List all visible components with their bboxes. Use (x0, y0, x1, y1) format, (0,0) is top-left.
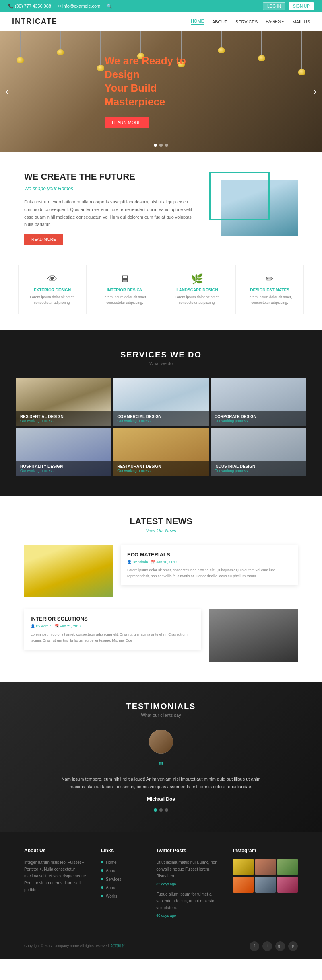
nav-about[interactable]: ABOUT (212, 19, 227, 24)
footer-link-services[interactable]: Services (101, 876, 144, 883)
link-home[interactable]: Home (106, 859, 117, 866)
hero-cta-button[interactable]: LEARN MORE (105, 117, 149, 128)
hero-heading: We are Ready to Design Your Build Master… (105, 54, 217, 109)
login-button[interactable]: LOG IN (263, 2, 285, 10)
link-works[interactable]: Works (106, 893, 117, 900)
read-more-button[interactable]: READ MORE (24, 234, 63, 245)
main-nav: INTRICATE HOME ABOUT SERVICES PAGES ▾ MA… (0, 12, 322, 31)
monitor-icon: 🖥 (95, 273, 155, 285)
pencil-icon: ✏ (240, 273, 299, 285)
news-section: LATEST NEWS View Our News ECO MATERIALS … (0, 496, 322, 682)
nav-pages[interactable]: PAGES ▾ (266, 19, 284, 24)
email-info: ✉ info@example.com (58, 4, 100, 9)
nav-links: HOME ABOUT SERVICES PAGES ▾ MAIL US (191, 18, 310, 25)
service-landscape-text: Lorem ipsum dolor sit amet, consectetur … (167, 295, 227, 305)
leaf-icon: 🌿 (167, 273, 227, 285)
search-icon[interactable]: 🔍 (107, 4, 112, 9)
copyright-text: Copyright © 2017 Company name All rights… (24, 943, 125, 949)
news-card-2: INTERIOR SOLUTIONS 👤 By Admin 📅 Feb 21, … (24, 609, 201, 650)
service-card-corporate[interactable]: CORPORATE DESIGN Our working process (211, 378, 306, 426)
hero-section: ‹ We are Ready to Design Your Build Mast… (0, 31, 322, 152)
service-interior-title: INTERIOR DESIGN (95, 288, 155, 292)
top-bar-right: LOG IN SIGN UP (263, 2, 314, 10)
hero-dot-2[interactable] (159, 144, 163, 147)
top-bar: 📞 (90) 777 4356 088 ✉ info@example.com 🔍… (0, 0, 322, 12)
service-card-commercial[interactable]: COMMERCIAL DESIGN Our working process (113, 378, 208, 426)
footer-link-works[interactable]: Works (101, 893, 144, 900)
link-dot (101, 861, 103, 863)
facebook-icon[interactable]: f (250, 941, 259, 951)
instagram-grid (233, 859, 298, 893)
footer-instagram: Instagram (233, 848, 298, 923)
news-title-2: INTERIOR SOLUTIONS (31, 616, 195, 622)
service-interior-text: Lorem ipsum dolor sit amet, consectetur … (95, 295, 155, 305)
hero-next-arrow[interactable]: › (314, 87, 316, 96)
testimonial-dot-2[interactable] (159, 808, 163, 812)
top-bar-left: 📞 (90) 777 4356 088 ✉ info@example.com 🔍 (8, 4, 112, 9)
testimonials-section: TESTIMONIALS What our clients say " Nam … (0, 682, 322, 831)
phone-icon: 📞 (8, 4, 14, 8)
news-image-1 (24, 545, 113, 597)
testimonial-dot-1[interactable] (154, 808, 157, 812)
service-exterior-text: Lorem ipsum dolor sit amet, consectetur … (23, 295, 82, 305)
testimonial-dot-3[interactable] (165, 808, 168, 812)
nav-mail[interactable]: MAIL US (292, 19, 310, 24)
service-card-hospitality[interactable]: HOSPITALITY DESIGN Our working process (16, 428, 111, 476)
hero-dot-3[interactable] (165, 144, 168, 147)
service-icon-estimates[interactable]: ✏ DESIGN ESTIMATES Lorem ipsum dolor sit… (235, 265, 304, 314)
instagram-thumb-2[interactable] (255, 859, 276, 875)
nav-home[interactable]: HOME (191, 18, 204, 25)
services-grid: RESIDENTIAL DESIGN Our working process C… (16, 378, 306, 476)
instagram-thumb-6[interactable] (277, 877, 298, 893)
footer-twitter-title: Twitter Posts (156, 848, 221, 853)
hero-dot-1[interactable] (154, 144, 157, 147)
industrial-overlay: INDUSTRIAL DESIGN Our working process (211, 461, 306, 476)
link-about2[interactable]: About (106, 884, 116, 891)
service-icon-landscape[interactable]: 🌿 LANDSCAPE DESIGN Lorem ipsum dolor sit… (163, 265, 231, 314)
news-text-1: Lorem ipsum dolor sit amet, consectetur … (127, 567, 291, 579)
link-about[interactable]: About (106, 867, 116, 874)
nav-services[interactable]: SERVICES (235, 19, 258, 24)
link-services[interactable]: Services (106, 876, 121, 883)
footer-link-about2[interactable]: About (101, 884, 144, 891)
footer-about-text: Integer rutrum risus leo. Fuisset +. Por… (24, 859, 89, 893)
about-section: WE CREATE THE FUTURE We shape your Homes… (0, 152, 322, 265)
link-dot (101, 878, 103, 880)
hero-prev-arrow[interactable]: ‹ (6, 87, 8, 96)
service-card-residential[interactable]: RESIDENTIAL DESIGN Our working process (16, 378, 111, 426)
news-item-2: INTERIOR SOLUTIONS 👤 By Admin 📅 Feb 21, … (24, 609, 298, 662)
corporate-overlay: CORPORATE DESIGN Our working process (211, 411, 306, 426)
restaurant-overlay: RESTAURANT DESIGN Our working process (113, 461, 208, 476)
footer-bottom: Copyright © 2017 Company name All rights… (24, 935, 298, 951)
hospitality-overlay: HOSPITALITY DESIGN Our working process (16, 461, 111, 476)
about-image-border (209, 172, 270, 220)
service-icon-interior[interactable]: 🖥 INTERIOR DESIGN Lorem ipsum dolor sit … (91, 265, 159, 314)
residential-overlay: RESIDENTIAL DESIGN Our working process (16, 411, 111, 426)
instagram-thumb-1[interactable] (233, 859, 254, 875)
news-item-1: ECO MATERIALS 👤 By Admin 📅 Jan 10, 2017 … (24, 545, 298, 597)
footer-link-about[interactable]: About (101, 867, 144, 874)
service-icon-exterior[interactable]: 👁 EXTERIOR DESIGN Lorem ipsum dolor sit … (18, 265, 87, 314)
instagram-thumb-4[interactable] (233, 877, 254, 893)
instagram-thumb-3[interactable] (277, 859, 298, 875)
footer-grid: About Us Integer rutrum risus leo. Fuiss… (24, 848, 298, 923)
testimonial-name: Michael Doe (16, 796, 306, 802)
instagram-thumb-5[interactable] (255, 877, 276, 893)
signup-button[interactable]: SIGN UP (289, 2, 314, 10)
news-image-2 (209, 609, 298, 662)
testimonials-subtitle: What our clients say (16, 713, 306, 718)
footer-links: Links Home About Services About Works (101, 848, 144, 923)
service-card-restaurant[interactable]: RESTAURANT DESIGN Our working process (113, 428, 208, 476)
service-exterior-title: EXTERIOR DESIGN (23, 288, 82, 292)
twitter-icon[interactable]: t (262, 941, 272, 951)
pinterest-icon[interactable]: p (288, 941, 298, 951)
service-card-industrial[interactable]: INDUSTRIAL DESIGN Our working process (211, 428, 306, 476)
about-body: Duis nostrum exercitationem ullam corpor… (24, 198, 193, 228)
news-card-1: ECO MATERIALS 👤 By Admin 📅 Jan 10, 2017 … (121, 545, 298, 585)
interior-image (209, 609, 298, 662)
footer-link-home[interactable]: Home (101, 859, 144, 866)
googleplus-icon[interactable]: g+ (275, 941, 285, 951)
services-dark-section: SERVICES WE DO What we do RESIDENTIAL DE… (0, 330, 322, 496)
link-dot (101, 895, 103, 897)
testimonial-dots (16, 808, 306, 812)
